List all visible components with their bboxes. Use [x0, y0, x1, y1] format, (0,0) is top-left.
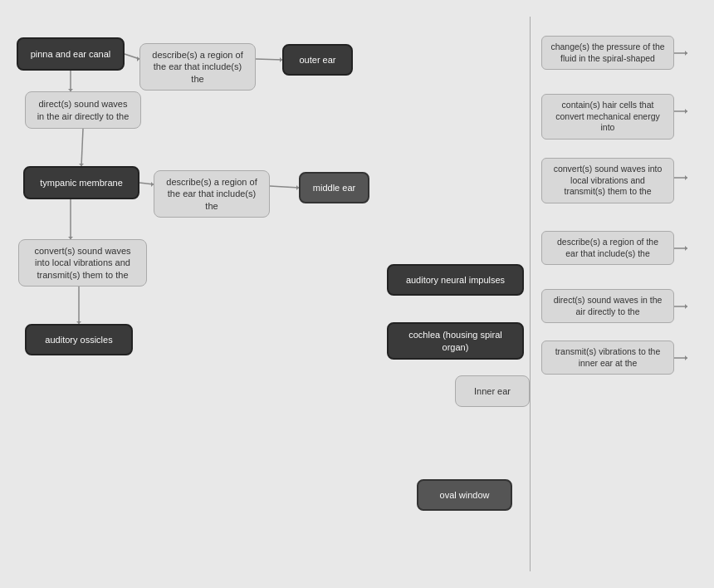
- svg-line-0: [125, 54, 139, 59]
- right-item-4[interactable]: describe(s) a region of the ear that inc…: [541, 231, 674, 265]
- right-item-5[interactable]: direct(s) sound waves in the air directl…: [541, 289, 674, 323]
- tympanic-node[interactable]: tympanic membrane: [23, 166, 139, 199]
- right-arrow-1: [674, 48, 691, 58]
- right-arrow-5: [674, 301, 691, 311]
- svg-marker-27: [685, 355, 687, 360]
- right-item-3[interactable]: convert(s) sound waves into local vibrat…: [541, 158, 674, 203]
- svg-line-6: [81, 129, 83, 166]
- svg-marker-23: [685, 246, 687, 251]
- svg-marker-21: [685, 175, 687, 180]
- pinna-node[interactable]: pinna and ear canal: [17, 37, 125, 71]
- svg-line-10: [270, 186, 299, 188]
- svg-line-8: [139, 183, 154, 184]
- right-arrow-6: [674, 353, 691, 363]
- vertical-divider: [530, 17, 531, 571]
- right-arrow-4: [674, 243, 691, 253]
- right-arrow-2: [674, 106, 691, 116]
- describe1-node[interactable]: describe(s) a region of the ear that inc…: [139, 43, 256, 91]
- inner-ear-node[interactable]: Inner ear: [455, 375, 530, 407]
- right-item-1[interactable]: change(s) the pressure of the fluid in t…: [541, 36, 674, 70]
- right-item-2[interactable]: contain(s) hair cells that convert mecha…: [541, 94, 674, 140]
- describe2-node[interactable]: describe(s) a region of the ear that inc…: [154, 170, 270, 218]
- svg-marker-17: [685, 51, 687, 56]
- convert-sound-node[interactable]: convert(s) sound waves into local vibrat…: [18, 239, 147, 287]
- auditory-ossicles-node[interactable]: auditory ossicles: [25, 324, 133, 355]
- oval-window-node[interactable]: oval window: [417, 479, 512, 511]
- diagram-container: pinna and ear canal describe(s) a region…: [0, 0, 714, 588]
- svg-line-2: [256, 59, 282, 60]
- svg-marker-19: [685, 109, 687, 114]
- svg-marker-25: [685, 304, 687, 309]
- middle-ear-node[interactable]: middle ear: [299, 172, 369, 203]
- auditory-neural-node[interactable]: auditory neural impulses: [387, 264, 524, 296]
- right-item-6[interactable]: transmit(s) vibrations to the inner ear …: [541, 341, 674, 375]
- cochlea-node[interactable]: cochlea (housing spiral organ): [387, 322, 524, 360]
- direct-sound1-node[interactable]: direct(s) sound waves in the air directl…: [25, 91, 141, 129]
- outer-ear-node[interactable]: outer ear: [282, 44, 353, 76]
- right-arrow-3: [674, 173, 691, 183]
